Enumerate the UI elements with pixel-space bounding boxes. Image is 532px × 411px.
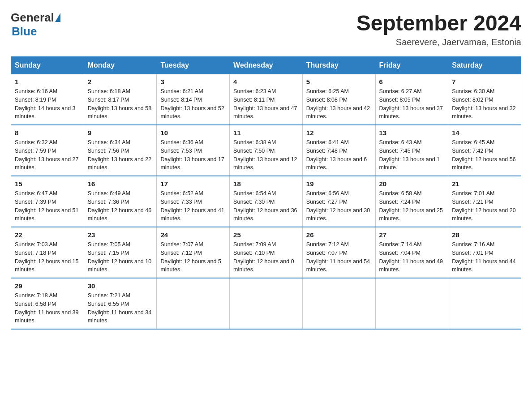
table-row: 24 Sunrise: 7:07 AMSunset: 7:12 PMDaylig… xyxy=(157,227,230,278)
day-info: Sunrise: 6:16 AMSunset: 8:19 PMDaylight:… xyxy=(15,88,76,120)
day-number: 21 xyxy=(452,180,517,188)
day-info: Sunrise: 7:05 AMSunset: 7:15 PMDaylight:… xyxy=(88,241,151,273)
table-row xyxy=(157,278,230,329)
day-number: 7 xyxy=(452,78,517,86)
calendar-week-row: 29 Sunrise: 7:18 AMSunset: 6:58 PMDaylig… xyxy=(11,278,521,329)
header-tuesday: Tuesday xyxy=(157,57,230,74)
table-row: 29 Sunrise: 7:18 AMSunset: 6:58 PMDaylig… xyxy=(11,278,84,329)
day-info: Sunrise: 7:18 AMSunset: 6:58 PMDaylight:… xyxy=(15,292,78,324)
day-info: Sunrise: 7:16 AMSunset: 7:01 PMDaylight:… xyxy=(452,241,515,273)
title-block: September 2024 Saerevere, Jaervamaa, Est… xyxy=(356,11,521,47)
day-number: 13 xyxy=(379,129,445,137)
day-info: Sunrise: 6:34 AMSunset: 7:56 PMDaylight:… xyxy=(88,139,151,171)
calendar-week-row: 1 Sunrise: 6:16 AMSunset: 8:19 PMDayligh… xyxy=(11,74,521,125)
header-monday: Monday xyxy=(84,57,157,74)
day-number: 23 xyxy=(88,231,153,239)
day-info: Sunrise: 6:32 AMSunset: 7:59 PMDaylight:… xyxy=(15,139,78,171)
table-row: 7 Sunrise: 6:30 AMSunset: 8:02 PMDayligh… xyxy=(448,74,521,125)
table-row xyxy=(375,278,448,329)
table-row xyxy=(302,278,375,329)
day-info: Sunrise: 6:41 AMSunset: 7:48 PMDaylight:… xyxy=(306,139,367,171)
table-row: 26 Sunrise: 7:12 AMSunset: 7:07 PMDaylig… xyxy=(302,227,375,278)
day-info: Sunrise: 6:47 AMSunset: 7:39 PMDaylight:… xyxy=(15,190,78,222)
page-header: General Blue September 2024 Saerevere, J… xyxy=(11,11,521,47)
day-info: Sunrise: 6:56 AMSunset: 7:27 PMDaylight:… xyxy=(306,190,370,222)
table-row: 30 Sunrise: 7:21 AMSunset: 6:55 PMDaylig… xyxy=(84,278,157,329)
table-row: 1 Sunrise: 6:16 AMSunset: 8:19 PMDayligh… xyxy=(11,74,84,125)
day-number: 10 xyxy=(160,129,226,137)
header-saturday: Saturday xyxy=(448,57,521,74)
day-number: 24 xyxy=(160,231,226,239)
day-number: 15 xyxy=(15,180,80,188)
day-number: 27 xyxy=(379,231,445,239)
day-number: 3 xyxy=(160,78,226,86)
table-row: 4 Sunrise: 6:23 AMSunset: 8:11 PMDayligh… xyxy=(230,74,303,125)
table-row: 3 Sunrise: 6:21 AMSunset: 8:14 PMDayligh… xyxy=(157,74,230,125)
calendar-week-row: 15 Sunrise: 6:47 AMSunset: 7:39 PMDaylig… xyxy=(11,176,521,227)
day-info: Sunrise: 6:54 AMSunset: 7:30 PMDaylight:… xyxy=(233,190,297,222)
day-number: 19 xyxy=(306,180,372,188)
header-wednesday: Wednesday xyxy=(230,57,303,74)
day-info: Sunrise: 6:27 AMSunset: 8:05 PMDaylight:… xyxy=(379,88,443,120)
day-info: Sunrise: 6:23 AMSunset: 8:11 PMDaylight:… xyxy=(233,88,297,120)
weekday-header-row: Sunday Monday Tuesday Wednesday Thursday… xyxy=(11,57,521,74)
day-number: 22 xyxy=(15,231,80,239)
logo-general-text: General xyxy=(11,11,54,25)
day-info: Sunrise: 6:49 AMSunset: 7:36 PMDaylight:… xyxy=(88,190,151,222)
day-info: Sunrise: 6:45 AMSunset: 7:42 PMDaylight:… xyxy=(452,139,515,171)
calendar-week-row: 22 Sunrise: 7:03 AMSunset: 7:18 PMDaylig… xyxy=(11,227,521,278)
day-number: 26 xyxy=(306,231,372,239)
calendar-week-row: 8 Sunrise: 6:32 AMSunset: 7:59 PMDayligh… xyxy=(11,125,521,176)
day-info: Sunrise: 7:07 AMSunset: 7:12 PMDaylight:… xyxy=(160,241,221,273)
header-thursday: Thursday xyxy=(302,57,375,74)
table-row xyxy=(448,278,521,329)
day-number: 25 xyxy=(233,231,299,239)
day-info: Sunrise: 7:03 AMSunset: 7:18 PMDaylight:… xyxy=(15,241,78,273)
day-info: Sunrise: 6:38 AMSunset: 7:50 PMDaylight:… xyxy=(233,139,297,171)
table-row: 15 Sunrise: 6:47 AMSunset: 7:39 PMDaylig… xyxy=(11,176,84,227)
day-info: Sunrise: 6:21 AMSunset: 8:14 PMDaylight:… xyxy=(160,88,224,120)
day-info: Sunrise: 7:21 AMSunset: 6:55 PMDaylight:… xyxy=(88,292,151,324)
header-friday: Friday xyxy=(375,57,448,74)
table-row: 28 Sunrise: 7:16 AMSunset: 7:01 PMDaylig… xyxy=(448,227,521,278)
day-info: Sunrise: 6:30 AMSunset: 8:02 PMDaylight:… xyxy=(452,88,515,120)
day-number: 18 xyxy=(233,180,299,188)
day-info: Sunrise: 7:12 AMSunset: 7:07 PMDaylight:… xyxy=(306,241,370,273)
table-row: 12 Sunrise: 6:41 AMSunset: 7:48 PMDaylig… xyxy=(302,125,375,176)
logo-triangle-icon xyxy=(55,13,60,22)
table-row: 6 Sunrise: 6:27 AMSunset: 8:05 PMDayligh… xyxy=(375,74,448,125)
calendar-table: Sunday Monday Tuesday Wednesday Thursday… xyxy=(11,56,521,330)
table-row: 13 Sunrise: 6:43 AMSunset: 7:45 PMDaylig… xyxy=(375,125,448,176)
table-row: 9 Sunrise: 6:34 AMSunset: 7:56 PMDayligh… xyxy=(84,125,157,176)
day-info: Sunrise: 7:09 AMSunset: 7:10 PMDaylight:… xyxy=(233,241,294,273)
logo: General Blue xyxy=(11,11,60,39)
day-number: 29 xyxy=(15,282,80,290)
table-row: 22 Sunrise: 7:03 AMSunset: 7:18 PMDaylig… xyxy=(11,227,84,278)
day-info: Sunrise: 6:43 AMSunset: 7:45 PMDaylight:… xyxy=(379,139,440,171)
table-row: 27 Sunrise: 7:14 AMSunset: 7:04 PMDaylig… xyxy=(375,227,448,278)
table-row: 20 Sunrise: 6:58 AMSunset: 7:24 PMDaylig… xyxy=(375,176,448,227)
table-row: 21 Sunrise: 7:01 AMSunset: 7:21 PMDaylig… xyxy=(448,176,521,227)
table-row: 17 Sunrise: 6:52 AMSunset: 7:33 PMDaylig… xyxy=(157,176,230,227)
day-info: Sunrise: 6:58 AMSunset: 7:24 PMDaylight:… xyxy=(379,190,443,222)
day-number: 14 xyxy=(452,129,517,137)
day-number: 16 xyxy=(88,180,153,188)
day-info: Sunrise: 6:52 AMSunset: 7:33 PMDaylight:… xyxy=(160,190,224,222)
day-number: 30 xyxy=(88,282,153,290)
table-row: 5 Sunrise: 6:25 AMSunset: 8:08 PMDayligh… xyxy=(302,74,375,125)
day-number: 17 xyxy=(160,180,226,188)
day-number: 12 xyxy=(306,129,372,137)
table-row: 8 Sunrise: 6:32 AMSunset: 7:59 PMDayligh… xyxy=(11,125,84,176)
month-title: September 2024 xyxy=(356,11,521,35)
table-row: 11 Sunrise: 6:38 AMSunset: 7:50 PMDaylig… xyxy=(230,125,303,176)
day-info: Sunrise: 7:14 AMSunset: 7:04 PMDaylight:… xyxy=(379,241,443,273)
day-number: 5 xyxy=(306,78,372,86)
day-number: 1 xyxy=(15,78,80,86)
day-info: Sunrise: 6:18 AMSunset: 8:17 PMDaylight:… xyxy=(88,88,151,120)
table-row: 25 Sunrise: 7:09 AMSunset: 7:10 PMDaylig… xyxy=(230,227,303,278)
table-row: 14 Sunrise: 6:45 AMSunset: 7:42 PMDaylig… xyxy=(448,125,521,176)
location-title: Saerevere, Jaervamaa, Estonia xyxy=(356,37,521,47)
table-row: 2 Sunrise: 6:18 AMSunset: 8:17 PMDayligh… xyxy=(84,74,157,125)
day-number: 28 xyxy=(452,231,517,239)
day-number: 6 xyxy=(379,78,445,86)
